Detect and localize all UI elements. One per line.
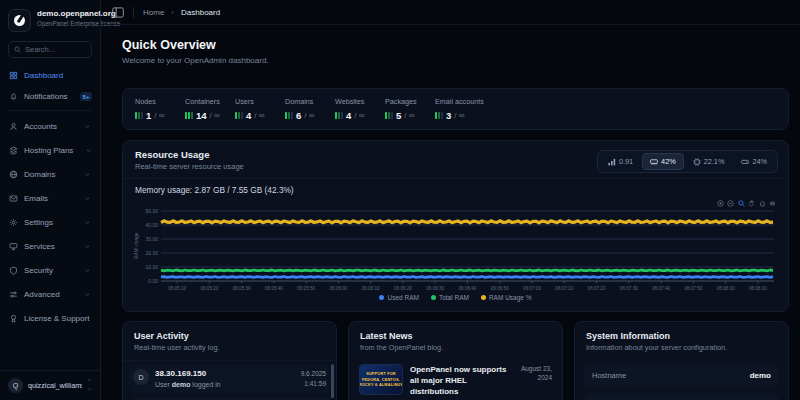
stats-card: Nodes 1/ ∞ Containers 14/ ∞ Users 4/ ∞ D…: [122, 88, 789, 130]
svg-text:06:05:20: 06:05:20: [200, 286, 218, 291]
cpu-metric-button[interactable]: 22.1%: [685, 153, 733, 170]
ram-usage-chart[interactable]: RAM Usage0.0010.0020.0030.0040.0050.0006…: [131, 197, 780, 293]
legend-dot-icon: [379, 295, 384, 300]
sidebar-item-hosting-plans[interactable]: Hosting Plans: [0, 138, 100, 162]
search-input[interactable]: [25, 45, 86, 54]
svg-text:06:08:10: 06:08:10: [749, 286, 767, 291]
legend-used-ram[interactable]: Used RAM: [379, 294, 418, 301]
home-icon[interactable]: [759, 200, 766, 207]
chevron-down-icon: [84, 171, 91, 178]
chevron-down-icon: [84, 291, 91, 298]
user-activity-subtitle: Real-time user activity log.: [134, 343, 325, 352]
page-title: Quick Overview: [122, 38, 789, 52]
sidebar-item-security[interactable]: Security: [0, 258, 100, 282]
page-subtitle: Welcome to your OpenAdmin dashboard.: [122, 56, 789, 65]
notifications-badge: 5+: [80, 92, 93, 101]
legend-ram-usage-pct[interactable]: RAM Usage %: [481, 294, 532, 301]
svg-text:06:07:10: 06:07:10: [555, 286, 573, 291]
sidebar-item-license-support[interactable]: License & Support: [0, 306, 100, 330]
svg-text:50.00: 50.00: [145, 208, 158, 214]
news-thumbnail: SUPPORT FOR FEDORA, CENTOS, ROCKY & ALMA…: [359, 364, 403, 395]
disk-metric-button[interactable]: 24%: [733, 153, 775, 170]
sidebar-item-label: Services: [24, 242, 55, 251]
activity-row-partial[interactable]: [129, 397, 330, 400]
usage-gauge-icon: [185, 112, 193, 119]
system-info-row: Hostname demo: [584, 364, 779, 387]
chevron-down-icon: [85, 147, 92, 154]
sidebar-item-advanced[interactable]: Advanced: [0, 282, 100, 306]
user-menu[interactable]: Q quizzical_williams6 ⌃⌄: [0, 370, 100, 400]
ram-icon: [650, 158, 658, 166]
sidebar-item-label: Dashboard: [24, 71, 63, 80]
avatar: Q: [8, 378, 23, 393]
services-icon: [9, 242, 18, 251]
advanced-icon: [9, 290, 18, 299]
openpanel-logo-icon: [8, 9, 31, 32]
usage-gauge-icon: [335, 112, 343, 119]
svg-text:30.00: 30.00: [145, 236, 158, 242]
activity-ip: 38.30.169.150: [155, 369, 221, 378]
svg-text:06:07:50: 06:07:50: [684, 286, 702, 291]
svg-text:06:06:30: 06:06:30: [426, 286, 444, 291]
stat-packages: Packages 5/ ∞: [385, 97, 435, 121]
accounts-icon: [9, 122, 18, 131]
legend-dot-icon: [481, 295, 486, 300]
system-info-key: Hostname: [592, 371, 626, 380]
legend-total-ram[interactable]: Total RAM: [431, 294, 469, 301]
latest-news-card: Latest News from the OpenPanel blog. SUP…: [348, 321, 563, 400]
svg-text:06:05:30: 06:05:30: [233, 286, 251, 291]
sidebar-item-notifications[interactable]: Notifications 5+: [0, 86, 100, 107]
svg-text:06:05:10: 06:05:10: [168, 286, 186, 291]
stat-containers: Containers 14/ ∞: [185, 97, 235, 121]
stat-websites: Websites 4/ ∞: [335, 97, 385, 121]
svg-text:06:06:10: 06:06:10: [362, 286, 380, 291]
activity-row[interactable]: D 38.30.169.150 User demo logged in 9.6.…: [129, 365, 330, 393]
system-info-value: demo: [750, 371, 771, 380]
scrollbar[interactable]: [331, 364, 334, 398]
pan-icon[interactable]: [748, 200, 755, 207]
notifications-icon: [9, 92, 18, 101]
sidebar-toggle-icon[interactable]: [112, 7, 124, 18]
box-zoom-icon[interactable]: [738, 200, 745, 207]
svg-text:RAM Usage: RAM Usage: [133, 232, 139, 259]
stat-email-accounts: Email accounts 3/ ∞: [435, 97, 485, 121]
globe-icon: [9, 170, 18, 179]
zoom-in-icon[interactable]: [717, 200, 724, 207]
legend-dot-icon: [431, 295, 436, 300]
select-chevrons-icon: ⌃⌄: [87, 380, 92, 390]
hosting-plans-icon: [9, 146, 18, 155]
shield-icon: [9, 266, 18, 275]
topbar: Home › Dashboard: [101, 0, 800, 25]
sidebar-item-emails[interactable]: Emails: [0, 186, 100, 210]
cpu-icon: [693, 158, 701, 166]
sidebar-item-domains[interactable]: Domains: [0, 162, 100, 186]
sidebar-item-services[interactable]: Services: [0, 234, 100, 258]
svg-text:06:07:30: 06:07:30: [620, 286, 638, 291]
stat-nodes: Nodes 1/ ∞: [135, 97, 185, 121]
license-icon: [9, 314, 18, 323]
svg-text:06:08:00: 06:08:00: [717, 286, 735, 291]
stat-users: Users 4/ ∞: [235, 97, 285, 121]
chevron-down-icon: [84, 123, 91, 130]
brand[interactable]: demo.openpanel.org OpenPanel Enterprise …: [0, 0, 100, 37]
news-article-title[interactable]: OpenPanel now supports all major RHEL di…: [410, 364, 513, 398]
sidebar-item-accounts[interactable]: Accounts: [0, 114, 100, 138]
svg-text:06:06:00: 06:06:00: [330, 286, 348, 291]
avatar: D: [133, 369, 149, 385]
resource-usage-card: Resource Usage Real-time server resource…: [122, 140, 789, 312]
sidebar-item-label: Settings: [24, 218, 53, 227]
news-article-date: August 23,2024: [518, 364, 552, 383]
divider: [133, 7, 134, 18]
usage-gauge-icon: [285, 112, 293, 119]
menu-icon[interactable]: [769, 200, 776, 207]
main-content: Quick Overview Welcome to your OpenAdmin…: [101, 25, 800, 400]
load-metric-button[interactable]: 0.91: [600, 153, 641, 170]
ram-metric-button[interactable]: 42%: [642, 153, 684, 170]
breadcrumb-home[interactable]: Home: [143, 8, 164, 17]
sidebar-item-dashboard[interactable]: Dashboard: [0, 65, 100, 86]
search-box[interactable]: [8, 41, 92, 58]
news-article[interactable]: SUPPORT FOR FEDORA, CENTOS, ROCKY & ALMA…: [349, 358, 562, 400]
sidebar-item-settings[interactable]: Settings: [0, 210, 100, 234]
sidebar-item-label: Notifications: [24, 92, 68, 101]
zoom-out-icon[interactable]: [727, 200, 734, 207]
